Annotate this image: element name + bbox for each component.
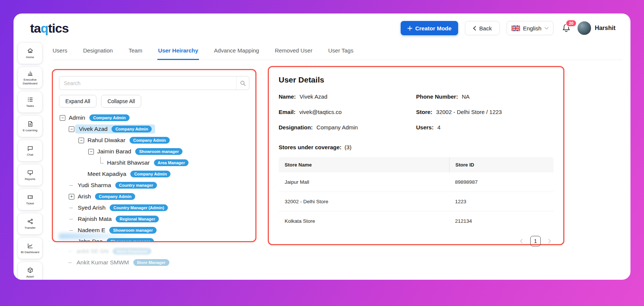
user-tree-panel: Expand All Collapse All − Admin Company …: [52, 69, 256, 242]
tree-node-meet-kapadiya[interactable]: Meet Kapadiya Company Admin: [78, 170, 249, 178]
collapse-toggle-icon[interactable]: −: [88, 149, 94, 154]
tree-node-harshit-bhawsar[interactable]: Harshit Bhawsar Area Manager: [98, 158, 249, 167]
scroll-fade-overlay: [59, 233, 168, 239]
sidebar-item-reports[interactable]: Reports: [18, 165, 42, 186]
tree-column: Expand All Collapse All − Admin Company …: [52, 69, 256, 269]
sidebar-item-asset[interactable]: Asset: [18, 262, 42, 280]
tab-user-tags[interactable]: User Tags: [327, 44, 354, 60]
ticket-icon: [27, 194, 33, 200]
table-row: 32002 - Delhi Store 1223: [279, 192, 554, 212]
tree-branch-icon: [69, 228, 74, 233]
role-badge: Company Admin: [95, 193, 135, 200]
top-bar: taqtics Creator Mode Back English 20 H: [14, 14, 630, 38]
app-sidebar: Home Executive Dashboard Tasks E-Learnin…: [18, 43, 43, 280]
sidebar-item-ticket[interactable]: Ticket: [18, 189, 42, 210]
sidebar-item-tasks[interactable]: Tasks: [18, 92, 42, 112]
tab-team[interactable]: Team: [128, 44, 143, 60]
collapse-toggle-icon[interactable]: −: [69, 126, 74, 132]
tree-spacer: [78, 171, 84, 177]
role-badge: Company Admin: [130, 137, 170, 144]
tab-user-heirarchy[interactable]: User Heirarchy: [157, 44, 199, 60]
field-name: Name:Vivek Azad: [279, 93, 416, 100]
role-badge: Country Manager (Admin): [110, 204, 168, 211]
tab-advance-mapping[interactable]: Advance Mapping: [213, 44, 260, 60]
tree-node-syed-arish[interactable]: Syed Arish Country Manager (Admin): [69, 203, 249, 212]
collapse-toggle-icon[interactable]: −: [60, 115, 65, 121]
sidebar-item-e-learning[interactable]: E-Learning: [18, 116, 42, 137]
tree-node-ankit-kumar-smwm[interactable]: Ankit Kumar SMWM Store Manager: [68, 258, 256, 267]
tree-branch-icon: [68, 260, 73, 266]
tree-overflow-rows: ankit SE GN Store Employee Ankit Kumar S…: [68, 247, 256, 267]
monitor-icon: [27, 170, 33, 176]
details-fields: Name:Vivek Azad Phone Number:NA Email:vi…: [279, 93, 554, 130]
sidebar-item-bi-dashboard[interactable]: BI Dashboard: [18, 238, 42, 259]
expand-all-button[interactable]: Expand All: [59, 95, 97, 108]
sidebar-item-transfer[interactable]: Transfer: [18, 213, 42, 234]
tree-node-ankit-se-gn[interactable]: ankit SE GN Store Employee: [68, 247, 256, 256]
back-button[interactable]: Back: [465, 21, 499, 35]
tree-branch-icon: [68, 249, 73, 254]
main-column: Users Designation Team User Heirarchy Ad…: [52, 42, 623, 280]
pagination-page-1[interactable]: 1: [530, 236, 541, 246]
search-icon[interactable]: [236, 76, 249, 90]
expand-toggle-icon[interactable]: +: [69, 194, 74, 200]
language-selector[interactable]: English: [507, 21, 554, 35]
tree-node-yudi-sharma[interactable]: Yudi Sharma Country manager: [69, 181, 249, 190]
transfer-icon: [27, 218, 33, 225]
sidebar-item-executive-dashboard[interactable]: Executive Dashboard: [18, 67, 42, 88]
field-store: Store:32002 - Delhi Store / 1223: [416, 109, 554, 115]
pagination-prev-icon[interactable]: [520, 239, 523, 243]
field-users: Users:4: [416, 124, 554, 130]
logo-text: tics: [48, 21, 69, 35]
chat-icon: [27, 145, 33, 152]
role-badge: Area Manager: [154, 159, 189, 166]
tab-designation[interactable]: Designation: [82, 44, 113, 60]
sidebar-item-home[interactable]: Home: [18, 43, 42, 64]
tree-branch-icon: [69, 183, 74, 188]
user-menu[interactable]: Harshit: [578, 21, 615, 35]
tree-actions: Expand All Collapse All: [59, 95, 249, 108]
language-label: English: [523, 25, 541, 32]
notification-count-badge: 20: [566, 20, 577, 27]
asset-box-icon: [27, 267, 33, 273]
line-chart-icon: [27, 243, 33, 249]
back-label: Back: [479, 25, 492, 32]
uk-flag-icon: [511, 26, 520, 31]
creator-mode-button[interactable]: Creator Mode: [401, 21, 458, 35]
role-badge: Company Admin: [89, 114, 130, 121]
tree-node-vivek-azad[interactable]: − Vivek Azad Company Admin: [69, 124, 249, 134]
tree-node-arish[interactable]: + Arish Company Admin: [69, 192, 249, 201]
tree-node-rajnish-mata[interactable]: Rajnish Mata Regional Manager: [69, 214, 249, 224]
search-input[interactable]: [59, 76, 249, 90]
role-badge: Country manager: [115, 182, 157, 189]
collapse-toggle-icon[interactable]: −: [78, 138, 84, 143]
notification-bell[interactable]: 20: [562, 23, 571, 33]
field-phone: Phone Number:NA: [416, 93, 554, 100]
tab-removed-user[interactable]: Removed User: [274, 44, 313, 60]
tree-node-jaimin-barad[interactable]: − Jaimin Barad Showroom manager: [88, 147, 249, 156]
tree-node-admin[interactable]: − Admin Company Admin: [60, 113, 249, 122]
role-badge: Showroom manager: [109, 227, 157, 234]
tab-bar: Users Designation Team User Heirarchy Ad…: [52, 42, 623, 60]
bar-chart-icon: [27, 70, 33, 76]
tab-users[interactable]: Users: [52, 44, 68, 60]
home-icon: [27, 48, 33, 54]
pagination-next-icon[interactable]: [548, 239, 551, 243]
task-list-icon: [27, 96, 33, 103]
collapse-all-button[interactable]: Collapse All: [101, 95, 141, 108]
role-badge: Showroom manager: [135, 148, 182, 155]
tree-node-rahul-diwakar[interactable]: − Rahul Diwakar Company Admin: [78, 136, 249, 145]
brand-logo[interactable]: taqtics: [30, 21, 69, 36]
table-row: Jaipur Mall 89898987: [279, 172, 554, 192]
chevron-left-icon: [473, 26, 476, 31]
page-background: { "brand": { "logo_ta": "ta", "logo_q": …: [0, 0, 644, 306]
logo-text-accent: q: [41, 21, 48, 35]
sidebar-item-chat[interactable]: Chat: [18, 140, 42, 161]
user-hierarchy-tree: − Admin Company Admin − Vivek Azad Compa…: [59, 113, 249, 242]
tree-branch-icon: [69, 205, 74, 211]
panels-row: Expand All Collapse All − Admin Company …: [52, 69, 623, 269]
logo-text: ta: [30, 21, 41, 35]
e-learning-icon: [27, 121, 33, 127]
stores-coverage-heading: Stores under coverage:(3): [279, 144, 554, 150]
avatar: [578, 21, 591, 35]
